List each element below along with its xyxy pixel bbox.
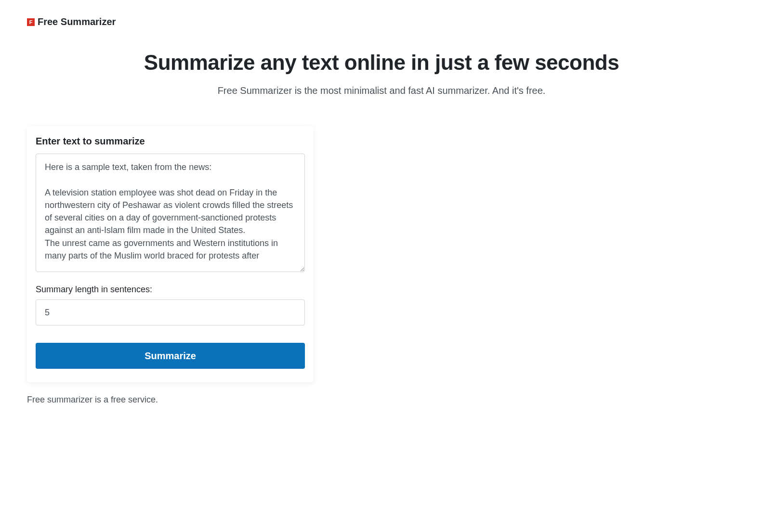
header: F Free Summarizer [0,0,763,27]
hero-section: Summarize any text online in just a few … [0,51,763,96]
length-label: Summary length in sentences: [36,285,305,295]
length-input[interactable] [36,299,305,325]
page-title: Summarize any text online in just a few … [0,51,763,75]
page-subtitle: Free Summarizer is the most minimalist a… [0,85,763,96]
footer-note: Free summarizer is a free service. [0,395,763,405]
summarize-button[interactable]: Summarize [36,343,305,369]
summarize-card: Enter text to summarize Summary length i… [27,126,314,382]
logo-icon: F [27,18,35,26]
card-title: Enter text to summarize [36,136,305,147]
text-input[interactable] [36,154,305,272]
brand-name[interactable]: Free Summarizer [38,16,116,27]
